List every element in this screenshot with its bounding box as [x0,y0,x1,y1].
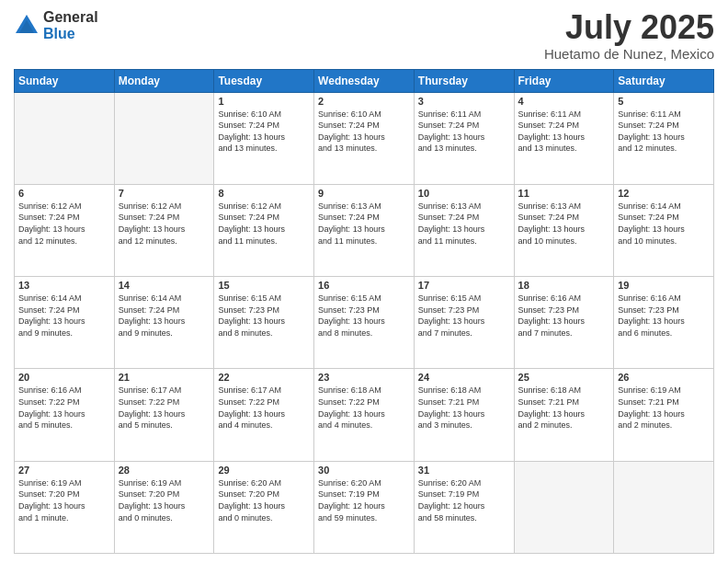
calendar-cell: 4Sunrise: 6:11 AM Sunset: 7:24 PM Daylig… [514,92,614,184]
calendar-cell: 1Sunrise: 6:10 AM Sunset: 7:24 PM Daylig… [214,92,314,184]
day-number: 30 [318,465,410,476]
header: General Blue July 2025 Huetamo de Nunez,… [14,9,714,62]
cell-content: Sunrise: 6:13 AM Sunset: 7:24 PM Dayligh… [518,201,610,247]
logo-text: General Blue [43,9,98,41]
calendar-day-header: Tuesday [214,69,314,92]
calendar-week-row: 13Sunrise: 6:14 AM Sunset: 7:24 PM Dayli… [15,277,714,369]
day-number: 25 [518,372,610,383]
calendar-cell: 29Sunrise: 6:20 AM Sunset: 7:20 PM Dayli… [214,461,314,553]
logo: General Blue [14,9,98,41]
day-number: 20 [18,372,110,383]
cell-content: Sunrise: 6:14 AM Sunset: 7:24 PM Dayligh… [119,293,210,339]
cell-content: Sunrise: 6:14 AM Sunset: 7:24 PM Dayligh… [18,293,110,339]
calendar-cell: 14Sunrise: 6:14 AM Sunset: 7:24 PM Dayli… [114,277,214,369]
cell-content: Sunrise: 6:15 AM Sunset: 7:23 PM Dayligh… [218,293,310,339]
calendar-cell: 12Sunrise: 6:14 AM Sunset: 7:24 PM Dayli… [614,184,714,276]
day-number: 19 [618,280,710,291]
day-number: 12 [618,188,710,199]
day-number: 17 [418,280,510,291]
calendar-cell: 20Sunrise: 6:16 AM Sunset: 7:22 PM Dayli… [15,369,115,461]
calendar-cell: 30Sunrise: 6:20 AM Sunset: 7:19 PM Dayli… [314,461,415,553]
calendar-week-row: 1Sunrise: 6:10 AM Sunset: 7:24 PM Daylig… [15,92,714,184]
cell-content: Sunrise: 6:11 AM Sunset: 7:24 PM Dayligh… [418,109,510,155]
calendar-cell: 6Sunrise: 6:12 AM Sunset: 7:24 PM Daylig… [15,184,115,276]
logo-general-text: General [43,9,98,26]
cell-content: Sunrise: 6:18 AM Sunset: 7:22 PM Dayligh… [318,385,410,431]
calendar-day-header: Wednesday [314,69,415,92]
calendar-cell: 19Sunrise: 6:16 AM Sunset: 7:23 PM Dayli… [614,277,714,369]
day-number: 1 [218,96,310,107]
cell-content: Sunrise: 6:11 AM Sunset: 7:24 PM Dayligh… [518,109,610,155]
calendar-cell: 27Sunrise: 6:19 AM Sunset: 7:20 PM Dayli… [15,461,115,553]
day-number: 5 [618,96,710,107]
calendar-week-row: 27Sunrise: 6:19 AM Sunset: 7:20 PM Dayli… [15,461,714,553]
calendar-cell: 23Sunrise: 6:18 AM Sunset: 7:22 PM Dayli… [314,369,415,461]
cell-content: Sunrise: 6:13 AM Sunset: 7:24 PM Dayligh… [318,201,410,247]
calendar-cell: 11Sunrise: 6:13 AM Sunset: 7:24 PM Dayli… [514,184,614,276]
cell-content: Sunrise: 6:14 AM Sunset: 7:24 PM Dayligh… [618,201,710,247]
cell-content: Sunrise: 6:20 AM Sunset: 7:20 PM Dayligh… [218,477,310,523]
cell-content: Sunrise: 6:18 AM Sunset: 7:21 PM Dayligh… [518,385,610,431]
cell-content: Sunrise: 6:16 AM Sunset: 7:22 PM Dayligh… [18,385,110,431]
cell-content: Sunrise: 6:12 AM Sunset: 7:24 PM Dayligh… [18,201,110,247]
calendar-cell: 17Sunrise: 6:15 AM Sunset: 7:23 PM Dayli… [414,277,514,369]
calendar-cell: 2Sunrise: 6:10 AM Sunset: 7:24 PM Daylig… [314,92,415,184]
location-title: Huetamo de Nunez, Mexico [544,46,714,62]
day-number: 18 [518,280,610,291]
calendar-table: SundayMondayTuesdayWednesdayThursdayFrid… [14,69,714,554]
cell-content: Sunrise: 6:18 AM Sunset: 7:21 PM Dayligh… [418,385,510,431]
calendar-cell: 5Sunrise: 6:11 AM Sunset: 7:24 PM Daylig… [614,92,714,184]
calendar-day-header: Saturday [614,69,714,92]
calendar-cell: 3Sunrise: 6:11 AM Sunset: 7:24 PM Daylig… [414,92,514,184]
calendar-cell: 22Sunrise: 6:17 AM Sunset: 7:22 PM Dayli… [214,369,314,461]
day-number: 16 [318,280,410,291]
day-number: 13 [18,280,110,291]
cell-content: Sunrise: 6:13 AM Sunset: 7:24 PM Dayligh… [418,201,510,247]
day-number: 10 [418,188,510,199]
day-number: 11 [518,188,610,199]
day-number: 8 [218,188,310,199]
day-number: 4 [518,96,610,107]
day-number: 14 [119,280,210,291]
calendar-cell: 26Sunrise: 6:19 AM Sunset: 7:21 PM Dayli… [614,369,714,461]
cell-content: Sunrise: 6:10 AM Sunset: 7:24 PM Dayligh… [318,109,410,155]
calendar-cell: 8Sunrise: 6:12 AM Sunset: 7:24 PM Daylig… [214,184,314,276]
cell-content: Sunrise: 6:20 AM Sunset: 7:19 PM Dayligh… [418,477,510,523]
calendar-cell: 28Sunrise: 6:19 AM Sunset: 7:20 PM Dayli… [114,461,214,553]
cell-content: Sunrise: 6:15 AM Sunset: 7:23 PM Dayligh… [418,293,510,339]
cell-content: Sunrise: 6:12 AM Sunset: 7:24 PM Dayligh… [218,201,310,247]
cell-content: Sunrise: 6:11 AM Sunset: 7:24 PM Dayligh… [618,109,710,155]
day-number: 2 [318,96,410,107]
day-number: 29 [218,465,310,476]
calendar-cell: 10Sunrise: 6:13 AM Sunset: 7:24 PM Dayli… [414,184,514,276]
day-number: 23 [318,372,410,383]
cell-content: Sunrise: 6:12 AM Sunset: 7:24 PM Dayligh… [119,201,210,247]
day-number: 22 [218,372,310,383]
month-title: July 2025 [544,9,714,46]
cell-content: Sunrise: 6:20 AM Sunset: 7:19 PM Dayligh… [318,477,410,523]
cell-content: Sunrise: 6:16 AM Sunset: 7:23 PM Dayligh… [518,293,610,339]
calendar-cell: 9Sunrise: 6:13 AM Sunset: 7:24 PM Daylig… [314,184,415,276]
calendar-cell: 21Sunrise: 6:17 AM Sunset: 7:22 PM Dayli… [114,369,214,461]
day-number: 9 [318,188,410,199]
calendar-cell: 18Sunrise: 6:16 AM Sunset: 7:23 PM Dayli… [514,277,614,369]
logo-blue-text: Blue [43,26,98,42]
calendar-cell: 15Sunrise: 6:15 AM Sunset: 7:23 PM Dayli… [214,277,314,369]
cell-content: Sunrise: 6:17 AM Sunset: 7:22 PM Dayligh… [218,385,310,431]
day-number: 31 [418,465,510,476]
day-number: 15 [218,280,310,291]
cell-content: Sunrise: 6:19 AM Sunset: 7:20 PM Dayligh… [18,477,110,523]
page: General Blue July 2025 Huetamo de Nunez,… [0,0,728,563]
title-block: July 2025 Huetamo de Nunez, Mexico [544,9,714,62]
calendar-day-header: Monday [114,69,214,92]
cell-content: Sunrise: 6:19 AM Sunset: 7:20 PM Dayligh… [119,477,210,523]
day-number: 3 [418,96,510,107]
calendar-week-row: 6Sunrise: 6:12 AM Sunset: 7:24 PM Daylig… [15,184,714,276]
calendar-week-row: 20Sunrise: 6:16 AM Sunset: 7:22 PM Dayli… [15,369,714,461]
day-number: 26 [618,372,710,383]
cell-content: Sunrise: 6:17 AM Sunset: 7:22 PM Dayligh… [119,385,210,431]
cell-content: Sunrise: 6:10 AM Sunset: 7:24 PM Dayligh… [218,109,310,155]
calendar-header-row: SundayMondayTuesdayWednesdayThursdayFrid… [15,69,714,92]
calendar-cell: 25Sunrise: 6:18 AM Sunset: 7:21 PM Dayli… [514,369,614,461]
day-number: 24 [418,372,510,383]
